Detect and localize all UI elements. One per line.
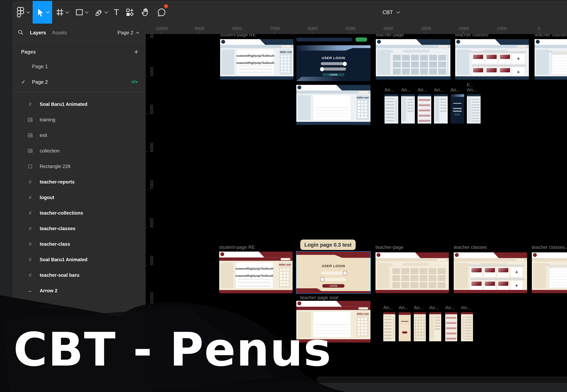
frame-label[interactable]: An... [434, 87, 444, 93]
layer-name: teacher-collections [40, 210, 83, 216]
data-table [549, 265, 567, 288]
frame-label[interactable]: teacher page soal [300, 295, 338, 300]
settings-pill [438, 45, 448, 48]
frame-teacher-classes-light[interactable] [454, 252, 527, 293]
phone-frame[interactable] [461, 312, 473, 341]
layer-row[interactable]: #logout [13, 190, 146, 205]
frame-sidebar [455, 263, 468, 288]
chevron-down-icon [65, 10, 69, 13]
layer-row[interactable]: exit [13, 127, 146, 143]
layer-row[interactable]: #teacher-soal baru [13, 267, 146, 283]
layer-row[interactable]: #student-page RE [13, 330, 146, 345]
frame-label[interactable]: teacher classes [454, 245, 487, 250]
ruler-tick [146, 303, 148, 303]
frame-label[interactable]: An... [383, 305, 393, 310]
layer-row[interactable]: Rectangle 228 [13, 159, 146, 174]
frame-teacher-page-light[interactable] [375, 252, 449, 293]
canvas[interactable]: 3000 4000 5000 6000 7000 8000 9000 10000… [146, 24, 567, 383]
ruler-tick [274, 31, 275, 34]
phone-frame[interactable] [401, 94, 415, 124]
layer-row[interactable]: Arrow 2 [13, 283, 146, 298]
phone-frame-login[interactable] [450, 94, 464, 124]
phone-frame[interactable] [414, 312, 426, 341]
frame-login-dark[interactable]: USER LOGIN LOGIN [296, 45, 371, 81]
frame-tool-button[interactable] [52, 1, 72, 24]
text-tool-button[interactable]: T [111, 1, 122, 24]
layer-row[interactable]: #teacher-classes [13, 221, 146, 236]
page-selector[interactable]: Page 2 [118, 30, 139, 36]
layer-row[interactable]: #Soal Baru1 Animated [13, 97, 146, 112]
document-title-menu[interactable]: CBT [383, 1, 400, 24]
frame-label[interactable]: An... [385, 87, 394, 93]
username-field [321, 62, 346, 65]
layer-row[interactable]: Line 63 [13, 298, 146, 314]
frame-label[interactable]: student-page RE [219, 245, 255, 250]
page-item-2[interactable]: ✓ Page 2 </> [13, 74, 146, 90]
layer-row[interactable]: #Student Animated [13, 314, 146, 330]
frame-label[interactable]: An... [461, 305, 471, 310]
main-menu-button[interactable] [13, 1, 33, 24]
daftar-soal-label: daftar soal [356, 96, 369, 99]
ruler-tick [236, 31, 237, 34]
layer-row[interactable]: #student-page RE [13, 345, 146, 361]
phone-frame[interactable] [417, 94, 431, 124]
frame-teacher-soal-dark[interactable]: daftar soal [296, 85, 371, 125]
add-page-button[interactable]: + [134, 48, 138, 56]
frame-label[interactable]: An... [401, 87, 411, 93]
phone-frame[interactable] [429, 312, 441, 341]
phone-frame-login[interactable] [399, 312, 411, 341]
search-icon[interactable] [17, 29, 24, 36]
cutoff-frame-remnant[interactable] [296, 38, 352, 42]
layer-row[interactable]: #Login page Animated [13, 361, 146, 376]
pen-tool-button[interactable] [91, 1, 111, 24]
layer-name: Soal Baru1 Animated [40, 257, 87, 262]
green-pill-remnant[interactable] [356, 37, 367, 42]
ruler-label: -3000 [420, 26, 431, 31]
frame-icon: # [26, 257, 34, 263]
frame-student-page-re-light[interactable]: soawsedfhgjhjutgi76u8iouihsoawsedfhgjhju… [219, 252, 292, 293]
frame-label[interactable]: An... [417, 87, 427, 93]
phone-frame[interactable] [467, 94, 481, 124]
frame-teacher-classes[interactable] [455, 39, 529, 80]
frame-student-page-re[interactable]: soawsedfhgjhjutgi76u8iouihsoawsedfhgjhju… [220, 39, 293, 80]
frame-teacher-classes-isi-light[interactable] [532, 252, 567, 293]
ruler-label: -9000 [193, 26, 204, 31]
frame-label[interactable]: An... [445, 305, 455, 310]
layer-row[interactable]: training [13, 112, 146, 127]
phone-frame[interactable] [434, 94, 448, 124]
frame-login-light[interactable]: USER LOGIN LOGIN [296, 252, 371, 293]
tab-assets[interactable]: Assets [52, 30, 67, 36]
hand-tool-button[interactable] [138, 1, 154, 24]
horizontal-scrollbar[interactable] [317, 377, 567, 382]
chevron-down-icon [104, 10, 108, 13]
layer-row[interactable]: #Soal Baru1 Animated [13, 252, 146, 267]
frame-label[interactable]: An... [467, 87, 477, 93]
phone-frame[interactable] [383, 312, 395, 341]
frame-label[interactable]: teacher-page [375, 245, 404, 250]
frame-label[interactable]: An... [414, 305, 424, 310]
frame-teacher-page-soal[interactable]: daftar soal [296, 301, 371, 343]
phone-frame[interactable] [385, 94, 398, 124]
layer-row[interactable]: #teacher-reports [13, 174, 146, 190]
actions-tool-button[interactable] [122, 1, 138, 24]
frame-label[interactable]: An... [450, 87, 460, 93]
frame-label[interactable]: teacher classes / isi [532, 245, 567, 250]
ruler-label: 8000 [149, 216, 154, 230]
selected-frame-badge[interactable]: Login page 0.3 test [300, 239, 356, 250]
frame-label[interactable]: An... [429, 305, 439, 310]
frame-teacher-classes-isi[interactable] [535, 39, 567, 80]
class-card-row [472, 68, 526, 77]
layer-row[interactable]: collection [13, 143, 146, 159]
phone-frame[interactable] [445, 312, 457, 341]
tab-layers[interactable]: Layers [30, 30, 46, 36]
move-tool-button[interactable] [33, 1, 52, 24]
layer-row[interactable]: #teacher-class [13, 236, 146, 252]
layer-row[interactable]: #teacher-collections [13, 205, 146, 221]
page-item-1[interactable]: Page 1 [13, 59, 146, 74]
frame-label[interactable]: An... [399, 305, 408, 310]
frame-teacher-page[interactable] [376, 39, 450, 80]
frame-label[interactable]: F... [467, 82, 473, 88]
comment-tool-button[interactable] [154, 1, 169, 24]
shape-tool-button[interactable] [72, 1, 91, 24]
ruler-tick [388, 31, 388, 34]
